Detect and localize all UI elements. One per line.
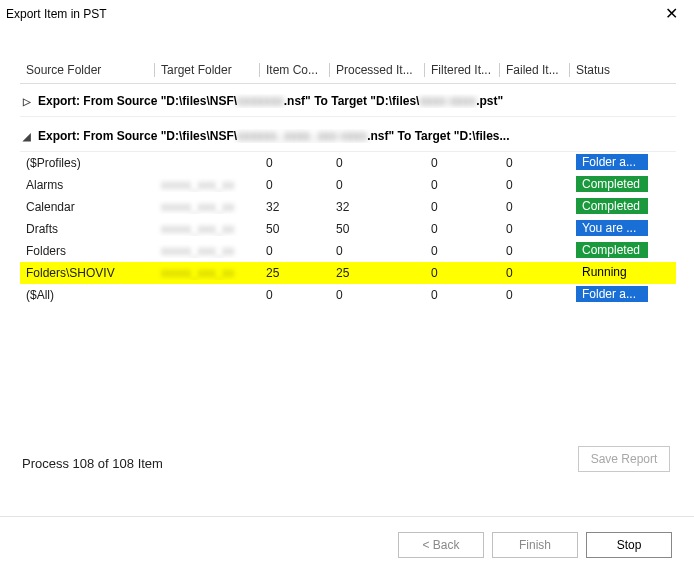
header-target[interactable]: Target Folder [155, 63, 260, 77]
process-status-text: Process 108 of 108 Item [22, 456, 163, 471]
table-row[interactable]: Folders\SHOVIVxxxxx_xxx_xx252500Running [20, 262, 676, 284]
cell-item-count: 50 [260, 222, 330, 236]
cell-item-count: 0 [260, 244, 330, 258]
cell-processed: 0 [330, 244, 425, 258]
window-title: Export Item in PST [6, 7, 107, 21]
cell-source: ($Profiles) [20, 156, 155, 170]
table-row[interactable]: ($Profiles)0000Folder a... [20, 152, 676, 174]
back-button[interactable]: < Back [398, 532, 484, 558]
cell-status: Completed [570, 176, 652, 195]
save-report-button[interactable]: Save Report [578, 446, 670, 472]
export-group-row[interactable]: ▷Export: From Source "D:\files\NSF\xxxxx… [20, 84, 676, 117]
group-label: Export: From Source "D:\files\NSF\xxxxxx… [38, 129, 509, 143]
table-row[interactable]: ($All)0000Folder a... [20, 284, 676, 306]
status-badge: Completed [576, 198, 648, 214]
cell-processed: 50 [330, 222, 425, 236]
content-area: Source Folder Target Folder Item Co... P… [0, 27, 694, 306]
cell-item-count: 0 [260, 178, 330, 192]
header-processed[interactable]: Processed It... [330, 63, 425, 77]
cell-status: You are ... [570, 220, 652, 239]
cell-item-count: 32 [260, 200, 330, 214]
cell-processed: 0 [330, 156, 425, 170]
table-row[interactable]: Foldersxxxxx_xxx_xx0000Completed [20, 240, 676, 262]
cell-filtered: 0 [425, 266, 500, 280]
column-headers: Source Folder Target Folder Item Co... P… [20, 63, 676, 84]
header-failed[interactable]: Failed It... [500, 63, 570, 77]
status-badge: You are ... [576, 220, 648, 236]
table-row[interactable]: Alarmsxxxxx_xxx_xx0000Completed [20, 174, 676, 196]
cell-failed: 0 [500, 200, 570, 214]
cell-processed: 25 [330, 266, 425, 280]
status-badge: Completed [576, 242, 648, 258]
status-badge: Running [576, 264, 648, 280]
cell-source: Calendar [20, 200, 155, 214]
cell-source: Folders [20, 244, 155, 258]
cell-source: Alarms [20, 178, 155, 192]
wizard-buttons: < Back Finish Stop [398, 532, 672, 558]
cell-status: Folder a... [570, 286, 652, 305]
group-label: Export: From Source "D:\files\NSF\xxxxxx… [38, 94, 503, 108]
status-badge: Folder a... [576, 286, 648, 302]
title-bar: Export Item in PST ✕ [0, 0, 694, 27]
cell-processed: 0 [330, 178, 425, 192]
divider [0, 516, 694, 517]
status-badge: Folder a... [576, 154, 648, 170]
cell-source: Folders\SHOVIV [20, 266, 155, 280]
cell-target: xxxxx_xxx_xx [155, 178, 260, 192]
export-table: Source Folder Target Folder Item Co... P… [20, 63, 676, 306]
header-item-count[interactable]: Item Co... [260, 63, 330, 77]
cell-item-count: 25 [260, 266, 330, 280]
cell-failed: 0 [500, 266, 570, 280]
cell-failed: 0 [500, 156, 570, 170]
cell-status: Completed [570, 242, 652, 261]
cell-filtered: 0 [425, 156, 500, 170]
cell-failed: 0 [500, 178, 570, 192]
cell-status: Completed [570, 198, 652, 217]
chevron-right-icon[interactable]: ▷ [22, 96, 32, 107]
cell-filtered: 0 [425, 244, 500, 258]
finish-button[interactable]: Finish [492, 532, 578, 558]
cell-filtered: 0 [425, 222, 500, 236]
header-source[interactable]: Source Folder [20, 63, 155, 77]
cell-source: Drafts [20, 222, 155, 236]
header-filtered[interactable]: Filtered It... [425, 63, 500, 77]
cell-status: Running [570, 264, 652, 283]
cell-filtered: 0 [425, 178, 500, 192]
cell-target: xxxxx_xxx_xx [155, 244, 260, 258]
export-group-row[interactable]: ◢Export: From Source "D:\files\NSF\xxxxx… [20, 117, 676, 152]
cell-failed: 0 [500, 288, 570, 302]
cell-processed: 32 [330, 200, 425, 214]
cell-target: xxxxx_xxx_xx [155, 200, 260, 214]
table-row[interactable]: Draftsxxxxx_xxx_xx505000You are ... [20, 218, 676, 240]
header-status[interactable]: Status [570, 63, 652, 77]
cell-item-count: 0 [260, 288, 330, 302]
table-row[interactable]: Calendarxxxxx_xxx_xx323200Completed [20, 196, 676, 218]
cell-processed: 0 [330, 288, 425, 302]
chevron-down-icon[interactable]: ◢ [22, 131, 32, 142]
cell-failed: 0 [500, 222, 570, 236]
status-badge: Completed [576, 176, 648, 192]
cell-source: ($All) [20, 288, 155, 302]
cell-filtered: 0 [425, 288, 500, 302]
cell-failed: 0 [500, 244, 570, 258]
cell-item-count: 0 [260, 156, 330, 170]
close-icon[interactable]: ✕ [659, 4, 684, 23]
cell-status: Folder a... [570, 154, 652, 173]
cell-filtered: 0 [425, 200, 500, 214]
cell-target: xxxxx_xxx_xx [155, 266, 260, 280]
stop-button[interactable]: Stop [586, 532, 672, 558]
cell-target: xxxxx_xxx_xx [155, 222, 260, 236]
